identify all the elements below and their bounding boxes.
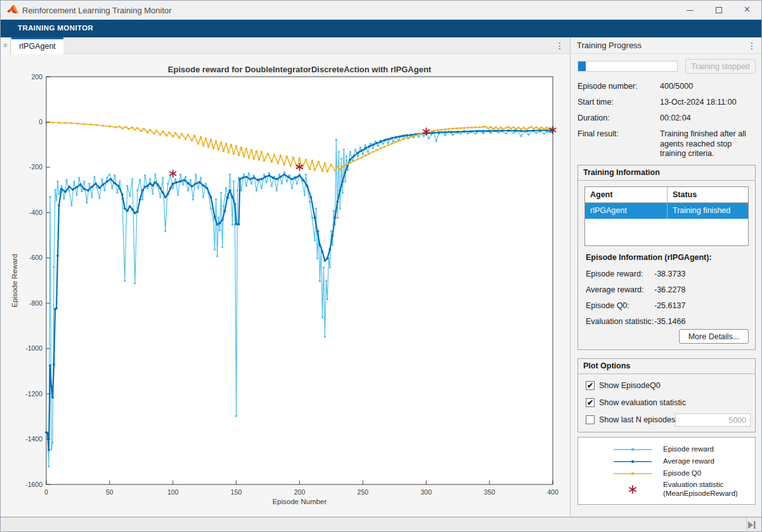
more-details-button[interactable]: More Details... — [679, 329, 749, 344]
svg-text:200: 200 — [31, 73, 42, 81]
column-header-status: Status — [668, 187, 748, 202]
checkbox-icon[interactable] — [586, 415, 595, 424]
table-row[interactable]: rlPGAgent Training finished — [585, 203, 748, 219]
final-result-label: Final result: — [578, 129, 619, 138]
episode-reward-label: Episode reward: — [586, 269, 643, 278]
chart-legend: Episode reward Average reward Episode Q0… — [578, 437, 756, 505]
close-button[interactable]: × — [733, 1, 761, 20]
status-cell: Training finished — [668, 203, 748, 219]
title-bar: Reinforcement Learning Training Monitor … — [1, 1, 761, 20]
legend-item-episode-reward: Episode reward — [602, 444, 714, 455]
legend-label: Episode Q0 — [663, 469, 701, 478]
plot-options-section: Plot Options ✔ Show EpisodeQ0 ✔ Show eva… — [578, 358, 756, 432]
average-reward-value: -36.2278 — [654, 285, 685, 294]
minimize-button[interactable] — [676, 1, 704, 20]
svg-text:150: 150 — [231, 488, 242, 496]
status-bar — [1, 517, 761, 532]
agent-cell: rlPGAgent — [585, 203, 668, 219]
plot-options-title: Plot Options — [578, 359, 755, 374]
document-tab-strip: ≡ rlPGAgent ⋮ — [1, 37, 569, 54]
final-result-value: Training finished after all agents reach… — [660, 129, 756, 159]
checkbox-show-episodeq0[interactable]: ✔ Show EpisodeQ0 — [586, 381, 661, 390]
episode-reward-value: -38.3733 — [654, 269, 685, 278]
app-window: Reinforcement Learning Training Monitor … — [0, 0, 762, 532]
svg-text:-1400: -1400 — [25, 435, 42, 443]
svg-text:Episode Number: Episode Number — [273, 498, 327, 505]
svg-text:Episode reward for DoubleInteg: Episode reward for DoubleIntegratorDiscr… — [168, 65, 432, 74]
duration-value: 00:02:04 — [660, 114, 691, 122]
training-plot-panel: 0501001502002503003504002000-200-400-600… — [1, 54, 569, 516]
agent-status-table: Agent Status rlPGAgent Training finished — [584, 186, 749, 246]
svg-text:350: 350 — [484, 488, 495, 496]
checkbox-label: Show last N episodes — [599, 415, 675, 424]
training-progress-panel: Training Progress ⋮ Training stopped Epi… — [571, 37, 762, 516]
svg-text:300: 300 — [420, 488, 432, 496]
svg-text:-400: -400 — [29, 209, 42, 216]
checkbox-icon[interactable]: ✔ — [586, 398, 595, 407]
svg-text:0: 0 — [39, 118, 42, 126]
episode-q0-value: -25.6137 — [654, 301, 685, 310]
svg-text:400: 400 — [547, 488, 559, 496]
average-reward-label: Average reward: — [586, 285, 644, 294]
svg-text:-1600: -1600 — [25, 481, 42, 488]
training-stopped-button[interactable]: Training stopped — [685, 59, 756, 74]
episode-q0-line-swatch — [602, 469, 663, 479]
svg-text:-600: -600 — [29, 254, 42, 261]
training-progress-bar — [578, 61, 678, 72]
column-header-agent: Agent — [585, 187, 668, 202]
svg-text:0: 0 — [44, 488, 48, 496]
svg-text:200: 200 — [294, 488, 306, 496]
maximize-button[interactable] — [704, 1, 733, 20]
checkbox-show-evaluation-statistic[interactable]: ✔ Show evaluation statistic — [586, 398, 686, 407]
episode-q0-label: Episode Q0: — [586, 301, 630, 310]
last-n-episodes-input[interactable] — [675, 413, 751, 427]
start-time-label: Start time: — [578, 98, 614, 107]
legend-item-average-reward: Average reward — [602, 457, 714, 467]
svg-text:-800: -800 — [29, 299, 42, 307]
checkbox-icon[interactable]: ✔ — [586, 381, 595, 390]
progress-fill — [578, 62, 586, 71]
window-title: Reinforcement Learning Training Monitor — [22, 6, 172, 15]
svg-text:Episode Reward: Episode Reward — [11, 254, 18, 307]
svg-text:100: 100 — [167, 488, 179, 496]
panel-options-kebab-icon[interactable]: ⋮ — [746, 39, 758, 53]
checkbox-label: Show evaluation statistic — [599, 398, 686, 407]
episode-information-title: Episode Information (rlPGAgent): — [586, 253, 712, 262]
legend-item-episode-q0: Episode Q0 — [602, 469, 701, 479]
training-progress-header: Training Progress ⋮ — [571, 37, 762, 54]
skip-to-end-icon[interactable] — [746, 520, 758, 530]
evaluation-statistic-label: Evaluation statistic: — [586, 317, 654, 326]
duration-label: Duration: — [578, 114, 610, 122]
checkbox-show-last-n-episodes[interactable]: Show last N episodes — [586, 415, 675, 424]
ribbon-tab-training-monitor[interactable]: TRAINING MONITOR — [18, 24, 93, 32]
evaluation-statistic-value: -35.1466 — [654, 317, 685, 326]
start-time-value: 13-Oct-2024 18:11:00 — [660, 98, 737, 107]
training-information-section: Training Information Agent Status rlPGAg… — [578, 165, 756, 350]
tab-label: rlPGAgent — [19, 42, 56, 51]
episode-number-label: Episode number: — [578, 82, 638, 91]
table-header-row: Agent Status — [585, 187, 748, 203]
tab-list-icon[interactable]: ≡ — [1, 37, 11, 54]
svg-text:-1000: -1000 — [25, 344, 42, 352]
panel-divider — [570, 37, 571, 516]
tab-rlpgagent[interactable]: rlPGAgent — [11, 37, 63, 55]
legend-label: Episode reward — [663, 445, 714, 454]
toolstrip-ribbon: TRAINING MONITOR — [1, 20, 761, 37]
svg-text:250: 250 — [358, 488, 369, 496]
episode-reward-chart: 0501001502002503003504002000-200-400-600… — [1, 54, 569, 514]
episode-number-value: 400/5000 — [660, 82, 693, 91]
legend-label: Average reward — [663, 457, 714, 466]
matlab-icon — [7, 4, 19, 15]
legend-label: Evaluation statistic (MeanEpisodeReward) — [663, 481, 738, 498]
average-reward-line-swatch — [602, 457, 663, 467]
svg-text:-200: -200 — [29, 163, 42, 171]
tab-options-kebab-icon[interactable]: ⋮ — [553, 39, 566, 53]
svg-text:-1200: -1200 — [25, 390, 42, 398]
checkbox-label: Show EpisodeQ0 — [599, 381, 661, 390]
svg-text:50: 50 — [106, 488, 113, 496]
panel-title: Training Progress — [577, 41, 642, 50]
training-information-title: Training Information — [578, 165, 755, 181]
legend-item-evaluation-statistic: Evaluation statistic (MeanEpisodeReward) — [602, 481, 738, 498]
evaluation-statistic-asterisk-swatch — [602, 484, 663, 495]
episode-reward-line-swatch — [602, 444, 663, 455]
